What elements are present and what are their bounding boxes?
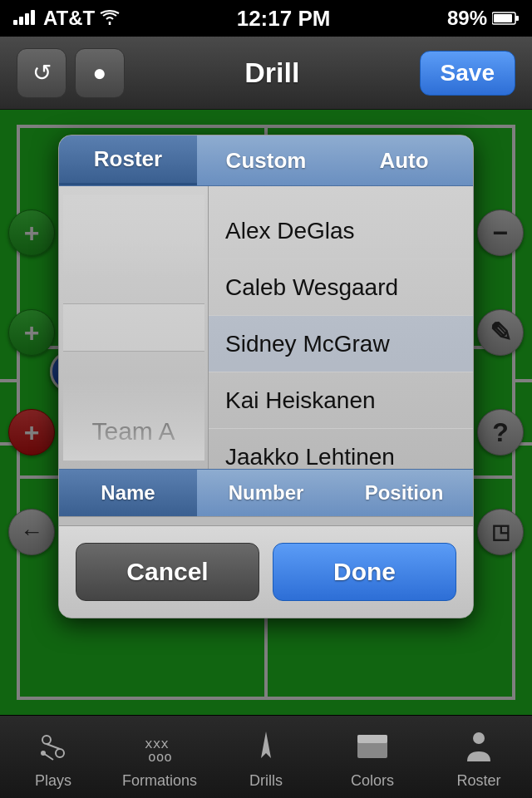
player-names-scroll[interactable]: Alex DeGlas Caleb Wesgaard Sidney McGraw… <box>209 186 473 469</box>
svg-rect-0 <box>13 20 17 25</box>
svg-rect-2 <box>25 13 29 25</box>
picker-area: Team A Alex DeGlas Caleb Wesgaard Sidney… <box>59 186 473 469</box>
status-left: AT&T <box>13 7 120 30</box>
colors-icon <box>352 726 393 767</box>
svg-point-11 <box>41 751 46 756</box>
cancel-button[interactable]: Cancel <box>76 543 259 601</box>
svg-rect-3 <box>31 10 35 25</box>
tab-roster-label: Roster <box>456 772 500 790</box>
drills-icon <box>245 726 287 767</box>
picker-item[interactable] <box>63 456 204 461</box>
refresh-button[interactable]: ↺ <box>17 48 66 98</box>
player-item-3[interactable]: Kai Heiskanen <box>209 372 473 429</box>
player-item-4[interactable]: Jaakko Lehtinen <box>209 429 473 469</box>
tab-bar: Plays xxx ooo Formations Drills Colors <box>0 715 532 798</box>
svg-rect-5 <box>515 16 519 21</box>
picker-item[interactable] <box>63 359 204 407</box>
svg-rect-16 <box>357 735 387 743</box>
svg-point-8 <box>56 749 64 757</box>
team-picker[interactable]: Team A <box>59 186 209 469</box>
wifi-icon <box>100 7 120 30</box>
svg-point-17 <box>473 732 485 744</box>
picker-item[interactable] <box>63 311 204 359</box>
tab-colors[interactable]: Colors <box>319 726 426 790</box>
tab-auto[interactable]: Auto <box>335 135 473 185</box>
tab-formations[interactable]: xxx ooo Formations <box>106 726 213 790</box>
nav-bar: ↺ ● Drill Save <box>0 37 532 110</box>
player-list: Alex DeGlas Caleb Wesgaard Sidney McGraw… <box>209 186 473 469</box>
circle-button[interactable]: ● <box>75 48 125 98</box>
status-time: 12:17 PM <box>237 6 331 32</box>
tab-plays[interactable]: Plays <box>0 726 106 790</box>
circle-icon: ● <box>93 60 107 86</box>
bottom-tab-position[interactable]: Position <box>335 470 473 516</box>
modal-overlay: Roster Custom Auto <box>0 110 532 715</box>
player-item-0[interactable]: Alex DeGlas <box>209 203 473 259</box>
name-items-list: Alex DeGlas Caleb Wesgaard Sidney McGraw… <box>209 186 473 469</box>
carrier-label: AT&T <box>43 7 95 30</box>
bottom-tab-number[interactable]: Number <box>197 470 335 516</box>
battery-icon <box>492 7 519 30</box>
modal-separator <box>59 516 473 526</box>
status-bar: AT&T 12:17 PM 89% <box>0 0 532 37</box>
soccer-field: + + + ← − ✎ ? ◳ Roster Custom <box>0 110 532 715</box>
tab-roster[interactable]: Roster <box>59 135 197 185</box>
svg-rect-1 <box>19 17 23 25</box>
status-right: 89% <box>447 7 519 30</box>
tab-plays-label: Plays <box>35 772 71 790</box>
plays-icon <box>32 726 74 767</box>
tab-drills[interactable]: Drills <box>213 726 319 790</box>
picker-items-list: Team A <box>63 195 204 461</box>
nav-title: Drill <box>244 57 299 89</box>
modal-bottom-tabs: Name Number Position <box>59 469 473 516</box>
svg-point-7 <box>42 736 51 744</box>
save-button[interactable]: Save <box>420 51 515 96</box>
tab-colors-label: Colors <box>351 772 394 790</box>
svg-text:ooo: ooo <box>148 749 172 765</box>
tab-roster[interactable]: Roster <box>426 726 532 790</box>
refresh-icon: ↺ <box>32 59 52 86</box>
done-button[interactable]: Done <box>273 543 456 601</box>
signal-icon <box>13 7 38 30</box>
bottom-tab-name[interactable]: Name <box>59 470 197 516</box>
team-picker-col[interactable]: Team A <box>63 195 204 461</box>
nav-left-buttons: ↺ ● <box>17 48 125 98</box>
tab-formations-label: Formations <box>122 772 197 790</box>
tab-drills-label: Drills <box>249 772 283 790</box>
player-item-1[interactable]: Caleb Wesgaard <box>209 259 473 316</box>
battery-label: 89% <box>447 7 487 30</box>
picker-item-selected[interactable]: Team A <box>63 407 204 456</box>
modal-tabs: Roster Custom Auto <box>59 135 473 186</box>
svg-line-9 <box>47 744 60 749</box>
svg-rect-6 <box>494 14 512 22</box>
player-item-2[interactable]: Sidney McGraw <box>209 316 473 372</box>
formations-icon: xxx ooo <box>139 726 180 767</box>
tab-custom[interactable]: Custom <box>197 135 335 185</box>
modal-actions: Cancel Done <box>59 526 473 618</box>
roster-icon <box>458 726 500 767</box>
player-selection-modal: Roster Custom Auto <box>58 135 474 618</box>
svg-marker-14 <box>261 732 271 758</box>
